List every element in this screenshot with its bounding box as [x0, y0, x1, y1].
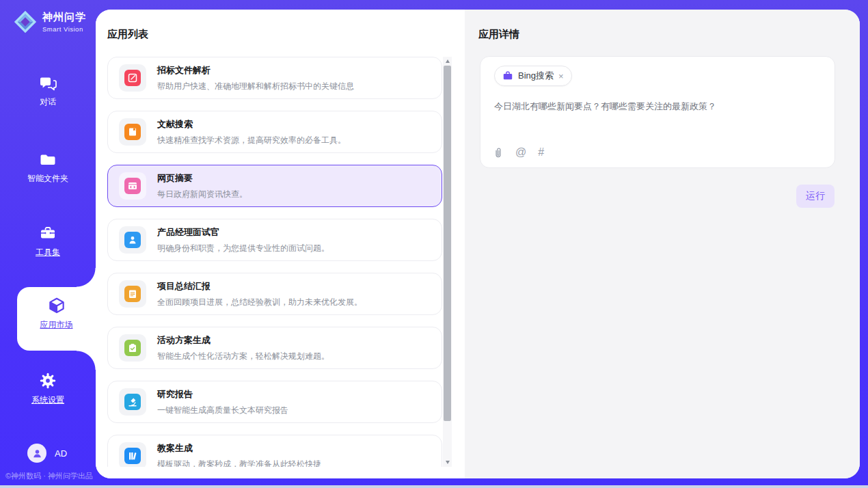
sidebar-item-toolset[interactable]: 工具集 — [0, 224, 96, 258]
brand-subtitle: Smart Vision — [42, 25, 86, 33]
app-card-title: 招标文件解析 — [157, 64, 354, 77]
composer-card[interactable]: Bing搜索 × 今日湖北有哪些新闻要点？有哪些需要关注的最新政策？ @ # — [480, 56, 835, 168]
tool-chip-label: Bing搜索 — [518, 70, 554, 82]
sidebar-item-app-market[interactable]: 应用市场 — [17, 296, 96, 331]
app-card-desc: 明确身份和职责，为您提供专业性的面试问题。 — [157, 243, 329, 254]
app-card-title: 项目总结汇报 — [157, 280, 362, 293]
mention-icon[interactable]: @ — [515, 147, 526, 158]
app-card-title: 产品经理面试官 — [157, 226, 329, 239]
interviewer-icon — [124, 232, 141, 248]
sidebar-item-smart-folder[interactable]: 智能文件夹 — [0, 150, 96, 185]
app-list-scrollbar[interactable] — [443, 57, 452, 467]
scroll-down-icon[interactable] — [443, 458, 452, 467]
app-card-desc: 智能生成个性化活动方案，轻松解决规划难题。 — [157, 351, 329, 362]
bottom-strip — [0, 485, 868, 488]
app-card-desc: 模板驱动，教案秒成，教学准备从此轻松快捷 — [157, 459, 321, 467]
app-card-research-report[interactable]: 研究报告 一键智能生成高质量长文本研究报告 — [107, 381, 442, 423]
app-card-webpage-summary[interactable]: 网页摘要 每日政府新闻资讯快查。 — [107, 165, 442, 207]
folder-icon — [38, 150, 57, 170]
sidebar-item-label: 系统设置 — [31, 394, 64, 406]
sidebar-item-label: 对话 — [40, 96, 56, 108]
app-card-title: 研究报告 — [157, 388, 288, 401]
active-nav-bump: 应用市场 — [17, 287, 96, 351]
hash-icon[interactable]: # — [538, 147, 544, 158]
user-account[interactable]: AD — [27, 444, 67, 463]
copyright-footer: ©神州数码 · 神州问学出品 — [5, 471, 93, 481]
close-icon[interactable]: × — [558, 72, 564, 81]
tool-chip-bing-search[interactable]: Bing搜索 × — [494, 66, 572, 86]
brand: 神州问学 Smart Vision — [12, 9, 86, 35]
sidebar-item-label: 工具集 — [36, 247, 60, 258]
app-card-lesson-plan[interactable]: 教案生成 模板驱动，教案秒成，教学准备从此轻松快捷 — [107, 435, 442, 467]
books-icon — [124, 448, 141, 464]
app-card-title: 文献搜索 — [157, 118, 346, 131]
chat-icon — [38, 74, 57, 93]
app-card-desc: 每日政府新闻资讯快查。 — [157, 189, 247, 200]
briefcase-icon — [502, 70, 513, 81]
app-card-pm-interviewer[interactable]: 产品经理面试官 明确身份和职责，为您提供专业性的面试问题。 — [107, 219, 442, 261]
gear-icon — [38, 370, 58, 391]
main-content: 应用列表 招标文件解析 帮助用户快速、准确地理解和解析招标书中的关键信息 — [96, 10, 860, 478]
app-detail-title: 应用详情 — [478, 28, 519, 41]
clipboard-check-icon — [124, 340, 141, 356]
app-card-desc: 快速精准查找学术资源，提高研究效率的必备工具。 — [157, 135, 346, 146]
sidebar: 神州问学 Smart Vision 对话 智能文件夹 工具 — [0, 0, 96, 488]
user-name: AD — [55, 448, 67, 459]
app-list-panel: 应用列表 招标文件解析 帮助用户快速、准确地理解和解析招标书中的关键信息 — [96, 10, 465, 478]
sidebar-item-label: 应用市场 — [40, 319, 73, 331]
run-button[interactable]: 运行 — [796, 185, 835, 208]
app-card-bid-document-analysis[interactable]: 招标文件解析 帮助用户快速、准确地理解和解析招标书中的关键信息 — [107, 57, 442, 99]
app-card-event-plan[interactable]: 活动方案生成 智能生成个性化活动方案，轻松解决规划难题。 — [107, 327, 442, 369]
cube-icon — [46, 296, 67, 316]
app-card-title: 活动方案生成 — [157, 334, 329, 347]
paperclip-icon[interactable] — [493, 146, 504, 159]
app-card-list: 招标文件解析 帮助用户快速、准确地理解和解析招标书中的关键信息 文献搜索 快速精… — [107, 57, 442, 467]
app-card-project-summary[interactable]: 项目总结汇报 全面回顾项目进展，总结经验教训，助力未来优化发展。 — [107, 273, 442, 315]
composer-toolbar: @ # — [493, 146, 544, 159]
app-card-desc: 帮助用户快速、准确地理解和解析招标书中的关键信息 — [157, 81, 354, 92]
sidebar-item-chat[interactable]: 对话 — [0, 74, 96, 108]
diamond-logo-icon — [12, 9, 38, 35]
microscope-icon — [124, 394, 141, 410]
edit-icon — [124, 70, 141, 86]
notepad-icon — [124, 286, 141, 302]
avatar-icon — [31, 448, 43, 459]
sidebar-item-label: 智能文件夹 — [27, 173, 68, 185]
sidebar-item-settings[interactable]: 系统设置 — [0, 370, 96, 406]
scroll-up-icon[interactable] — [443, 57, 452, 66]
app-card-desc: 全面回顾项目进展，总结经验教训，助力未来优化发展。 — [157, 297, 362, 308]
app-card-literature-search[interactable]: 文献搜索 快速精准查找学术资源，提高研究效率的必备工具。 — [107, 111, 442, 153]
app-card-desc: 一键智能生成高质量长文本研究报告 — [157, 405, 288, 416]
query-text[interactable]: 今日湖北有哪些新闻要点？有哪些需要关注的最新政策？ — [494, 100, 821, 113]
brand-name: 神州问学 — [42, 11, 86, 24]
app-card-title: 教案生成 — [157, 442, 321, 455]
toolbox-icon — [38, 224, 57, 243]
app-detail-panel: 应用详情 Bing搜索 × 今日湖北有哪些新闻要点？有哪些需要关注的最新政策？ … — [465, 10, 860, 478]
book-icon — [124, 124, 141, 140]
browser-code-icon — [124, 178, 141, 194]
avatar — [27, 444, 46, 463]
app-card-title: 网页摘要 — [157, 172, 247, 185]
app-list-title: 应用列表 — [107, 28, 148, 41]
scrollbar-thumb[interactable] — [444, 66, 451, 421]
